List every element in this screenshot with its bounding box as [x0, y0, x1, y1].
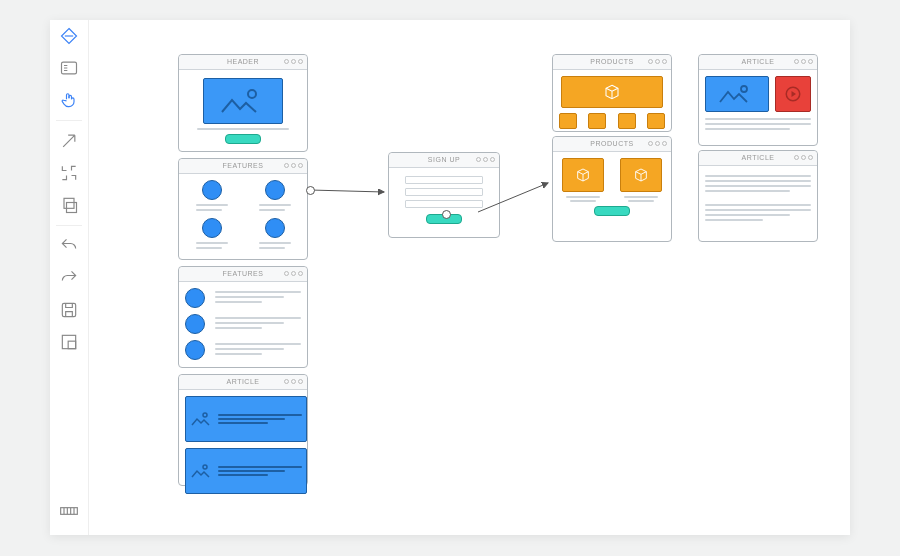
redo-icon[interactable]: [50, 262, 88, 294]
article-card: [185, 448, 307, 494]
panel-header[interactable]: HEADER: [178, 54, 308, 152]
panel-title: ARTICLE: [742, 154, 775, 161]
hand-pointer-icon[interactable]: [50, 84, 88, 116]
panel-title: FEATURES: [223, 270, 264, 277]
panel-article-cards[interactable]: ARTICLE: [178, 374, 308, 486]
video-placeholder: [775, 76, 811, 112]
layers-icon[interactable]: [50, 189, 88, 221]
canvas[interactable]: HEADER FEATURES: [88, 20, 850, 535]
article-card: [185, 396, 307, 442]
product-thumb: [618, 113, 636, 129]
svg-point-8: [203, 413, 207, 417]
svg-rect-5: [68, 341, 76, 349]
arrow-cursor-icon[interactable]: [50, 125, 88, 157]
svg-point-9: [203, 465, 207, 469]
product-thumb: [588, 113, 606, 129]
panel-title: PRODUCTS: [590, 58, 633, 65]
connector-handle[interactable]: [306, 186, 315, 195]
svg-rect-4: [62, 335, 75, 348]
svg-rect-6: [61, 508, 78, 515]
artboard-icon[interactable]: [50, 326, 88, 358]
feature-icon: [202, 180, 222, 200]
form-input: [405, 176, 483, 184]
product-thumb: [647, 113, 665, 129]
panel-article-right-top[interactable]: ARTICLE: [698, 54, 818, 146]
svg-rect-0: [62, 62, 77, 74]
svg-rect-1: [64, 198, 74, 208]
panel-title: SIGN UP: [428, 156, 460, 163]
panel-products-bottom[interactable]: PRODUCTS: [552, 136, 672, 242]
product-thumb: [559, 113, 577, 129]
panel-title: HEADER: [227, 58, 259, 65]
feature-icon: [265, 180, 285, 200]
panel-article-right-bottom[interactable]: ARTICLE: [698, 150, 818, 242]
undo-icon[interactable]: [50, 230, 88, 262]
diamond-icon[interactable]: [50, 20, 88, 52]
panel-signup[interactable]: SIGN UP: [388, 152, 500, 238]
svg-point-7: [248, 90, 256, 98]
svg-point-10: [741, 86, 747, 92]
image-placeholder: [705, 76, 769, 112]
app-window: HEADER FEATURES: [50, 20, 850, 535]
svg-line-12: [310, 190, 384, 192]
image-icon: [190, 410, 212, 428]
product-card: [620, 158, 662, 192]
image-icon: [190, 462, 212, 480]
panel-features-list[interactable]: FEATURES: [178, 266, 308, 368]
form-input: [405, 200, 483, 208]
connector-handle[interactable]: [442, 210, 451, 219]
image-placeholder: [203, 78, 283, 124]
feature-icon: [185, 288, 205, 308]
panel-title: FEATURES: [223, 162, 264, 169]
product-hero: [561, 76, 663, 108]
panel-title: PRODUCTS: [590, 140, 633, 147]
feature-icon: [202, 218, 222, 238]
panel-title: ARTICLE: [742, 58, 775, 65]
panel-features-grid[interactable]: FEATURES: [178, 158, 308, 260]
dimensions-icon[interactable]: [50, 495, 88, 527]
list-icon[interactable]: [50, 52, 88, 84]
cta-button: [594, 206, 630, 216]
svg-rect-3: [62, 303, 75, 316]
feature-icon: [265, 218, 285, 238]
panel-title: ARTICLE: [227, 378, 260, 385]
feature-icon: [185, 314, 205, 334]
cta-button: [225, 134, 261, 144]
crop-icon[interactable]: [50, 157, 88, 189]
panel-products-top[interactable]: PRODUCTS: [552, 54, 672, 132]
form-input: [405, 188, 483, 196]
feature-icon: [185, 340, 205, 360]
product-card: [562, 158, 604, 192]
save-icon[interactable]: [50, 294, 88, 326]
svg-rect-2: [67, 203, 77, 213]
page-flow-column: HEADER FEATURES: [178, 54, 308, 492]
play-icon: [784, 85, 802, 103]
toolbar: [50, 20, 89, 535]
